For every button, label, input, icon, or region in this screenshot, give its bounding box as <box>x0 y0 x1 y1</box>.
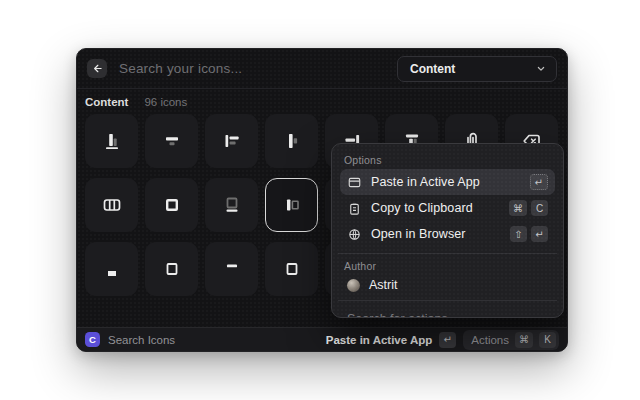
globe-icon <box>347 227 362 242</box>
top-bar: Search your icons... Content <box>77 49 567 89</box>
menu-item-browser[interactable]: Open in Browser ⇧↵ <box>340 221 555 247</box>
checkbox-icon <box>160 193 184 217</box>
key-return: ↵ <box>439 332 456 348</box>
align-center-icon <box>160 129 184 153</box>
icon-tile-selected[interactable] <box>265 178 318 232</box>
browser-bottom-icon <box>220 193 244 217</box>
section-count: 96 icons <box>144 96 187 108</box>
app-name: Search Icons <box>108 334 318 346</box>
partial-square-icon <box>280 257 304 281</box>
key-shift: ⇧ <box>510 226 527 242</box>
section-title: Content <box>85 96 128 108</box>
menu-item-author[interactable]: Astrit <box>340 275 555 294</box>
dock-left-icon <box>280 193 304 217</box>
menu-author-label: Author <box>344 260 551 272</box>
icon-tile[interactable] <box>265 242 318 296</box>
key-return: ↵ <box>530 174 548 190</box>
actions-button[interactable]: Actions ⌘ K <box>463 330 559 350</box>
align-middle-icon <box>280 129 304 153</box>
section-header: Content 96 icons <box>85 96 187 108</box>
actions-label: Actions <box>471 334 509 346</box>
icon-tile[interactable] <box>85 178 138 232</box>
partial-icon <box>100 257 124 281</box>
actions-search-input[interactable]: Search for actions... <box>340 307 555 318</box>
clipboard-icon <box>347 201 362 216</box>
key-cmd: ⌘ <box>509 200 527 216</box>
arrow-left-icon <box>91 62 104 75</box>
actions-menu: Options Paste in Active App ↵ Copy to Cl… <box>331 143 564 318</box>
key-return: ↵ <box>531 226 548 242</box>
partial-bar-icon <box>220 257 244 281</box>
menu-divider <box>338 300 557 301</box>
primary-action-button[interactable]: Paste in Active App <box>326 334 433 346</box>
menu-item-label: Paste in Active App <box>371 175 521 189</box>
icon-tile[interactable] <box>205 242 258 296</box>
menu-item-label: Copy to Clipboard <box>371 201 500 215</box>
category-dropdown[interactable]: Content <box>397 56 557 82</box>
carousel-icon <box>100 193 124 217</box>
app-window: Search your icons... Content Content 96 … <box>76 48 568 352</box>
key-c: C <box>531 200 548 216</box>
icon-tile[interactable] <box>145 114 198 168</box>
align-bottom-icon <box>100 129 124 153</box>
app-window-icon <box>347 175 362 190</box>
search-input[interactable]: Search your icons... <box>119 61 397 76</box>
menu-options-label: Options <box>344 154 551 166</box>
app-logo: C <box>85 332 100 347</box>
icon-tile[interactable] <box>85 114 138 168</box>
status-bar: C Search Icons Paste in Active App ↵ Act… <box>77 327 567 351</box>
icon-tile[interactable] <box>265 114 318 168</box>
icon-tile[interactable] <box>85 242 138 296</box>
menu-divider <box>338 253 557 254</box>
menu-item-copy[interactable]: Copy to Clipboard ⌘C <box>340 195 555 221</box>
icon-tile[interactable] <box>205 114 258 168</box>
key-k: K <box>539 332 556 348</box>
menu-item-paste[interactable]: Paste in Active App ↵ <box>340 169 555 195</box>
author-name: Astrit <box>369 278 397 292</box>
icon-tile[interactable] <box>205 178 258 232</box>
partial-square-icon <box>160 257 184 281</box>
menu-item-label: Open in Browser <box>371 227 501 241</box>
align-left-icon <box>220 129 244 153</box>
author-avatar <box>347 279 360 292</box>
icon-tile[interactable] <box>145 242 198 296</box>
key-cmd: ⌘ <box>515 332 533 348</box>
icon-tile[interactable] <box>145 178 198 232</box>
back-button[interactable] <box>87 59 107 78</box>
category-value: Content <box>410 62 535 76</box>
chevron-down-icon <box>535 63 547 75</box>
statusbar-actions: Paste in Active App ↵ Actions ⌘ K <box>326 330 559 350</box>
